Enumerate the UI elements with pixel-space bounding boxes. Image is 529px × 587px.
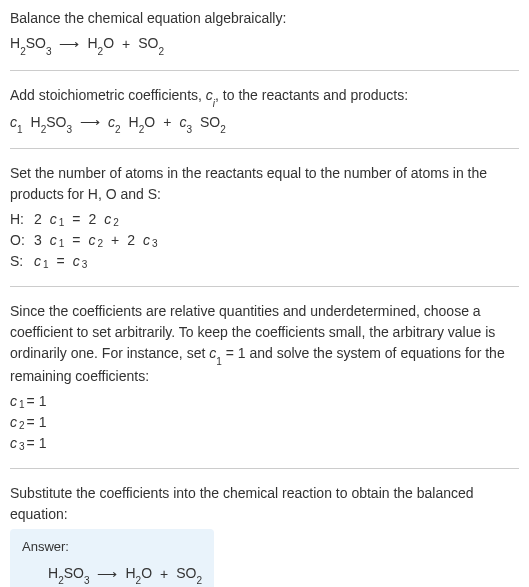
coef-solutions: c1 = 1 c2 = 1 c3 = 1 [10, 391, 519, 454]
solve-text: Since the coefficients are relative quan… [10, 301, 519, 387]
coef-c2: c2 [108, 112, 121, 135]
answer-equation: H2SO3 ⟶ H2O + SO2 [22, 563, 202, 586]
section-answer: Substitute the coefficients into the che… [10, 483, 519, 587]
problem-title: Balance the chemical equation algebraica… [10, 8, 519, 29]
atom-o-label: O: [10, 230, 34, 251]
atom-balance-title: Set the number of atoms in the reactants… [10, 163, 519, 205]
section-problem: Balance the chemical equation algebraica… [10, 8, 519, 71]
atom-s-label: S: [10, 251, 34, 272]
section-solve: Since the coefficients are relative quan… [10, 301, 519, 469]
coef-equation: c1 H2SO3 ⟶ c2 H2O + c3 SO2 [10, 112, 519, 135]
atom-h-eq: 2c1 = 2c2 [34, 209, 519, 230]
plus: + [160, 564, 168, 585]
plus: + [163, 112, 171, 133]
product-so2: SO2 [138, 33, 164, 56]
coef-c3: c3 [179, 112, 192, 135]
add-coef-title: Add stoichiometric coefficients, ci, to … [10, 85, 519, 108]
arrow-icon: ⟶ [80, 112, 100, 133]
reactant-h2so3: H2SO3 [10, 33, 51, 56]
section-atom-balance: Set the number of atoms in the reactants… [10, 163, 519, 287]
atom-equations: H: 2c1 = 2c2 O: 3c1 = c2 + 2c3 S: c1 = c… [10, 209, 519, 272]
product-so2: SO2 [176, 563, 202, 586]
coef-c3-sol: c3 = 1 [10, 433, 519, 454]
plus: + [122, 34, 130, 55]
atom-o-eq: 3c1 = c2 + 2c3 [34, 230, 519, 251]
coef-c1: c1 [10, 112, 23, 135]
atom-s-eq: c1 = c3 [34, 251, 519, 272]
coef-c2-sol: c2 = 1 [10, 412, 519, 433]
substitute-title: Substitute the coefficients into the che… [10, 483, 519, 525]
product-h2o: H2O [125, 563, 152, 586]
product-h2o: H2O [129, 112, 156, 135]
product-so2: SO2 [200, 112, 226, 135]
reactant-h2so3: H2SO3 [31, 112, 72, 135]
problem-equation: H2SO3 ⟶ H2O + SO2 [10, 33, 519, 56]
answer-label: Answer: [22, 537, 202, 557]
arrow-icon: ⟶ [59, 34, 79, 55]
atom-h-label: H: [10, 209, 34, 230]
coef-c1-sol: c1 = 1 [10, 391, 519, 412]
reactant-h2so3: H2SO3 [48, 563, 89, 586]
answer-box: Answer: H2SO3 ⟶ H2O + SO2 [10, 529, 214, 587]
arrow-icon: ⟶ [97, 564, 117, 585]
product-h2o: H2O [87, 33, 114, 56]
section-add-coefficients: Add stoichiometric coefficients, ci, to … [10, 85, 519, 150]
